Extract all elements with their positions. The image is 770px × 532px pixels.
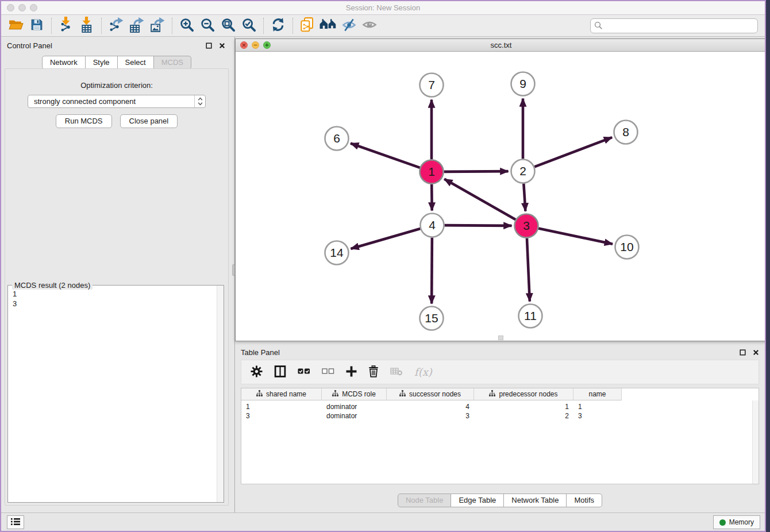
table-cell[interactable]: 4 [387, 403, 474, 411]
gear-button[interactable] [251, 365, 263, 379]
deselect-all-button[interactable] [322, 368, 334, 376]
result-scrollbar[interactable] [217, 286, 224, 502]
export-network-button[interactable] [106, 17, 126, 35]
export-image-icon [150, 17, 165, 34]
task-history-button[interactable] [7, 515, 24, 529]
tab-style[interactable]: Style [86, 56, 118, 70]
control-panel-tabs: NetworkStyleSelectMCDS [1, 56, 232, 70]
graph-edge[interactable] [444, 179, 515, 220]
graph-edge[interactable] [523, 183, 525, 211]
node-table: shared name MCDS role successor nodes pr… [241, 388, 759, 484]
table-row[interactable]: 1dominator411 [241, 402, 759, 411]
import-network-button[interactable] [56, 17, 76, 35]
toolbar-separator [101, 18, 102, 34]
dropdown-value: strongly connected component [34, 97, 136, 106]
table-cell[interactable]: 2 [474, 412, 573, 420]
close-panel-icon[interactable] [218, 42, 225, 49]
graph-node[interactable]: 9 [511, 72, 535, 96]
graph-edge[interactable] [351, 229, 420, 249]
graph-edge[interactable] [527, 238, 530, 301]
graph-node[interactable]: 3 [515, 214, 538, 238]
graph-node[interactable]: 15 [420, 307, 444, 330]
float-panel-icon[interactable] [205, 42, 212, 49]
table-row[interactable]: 3dominator323 [241, 411, 759, 421]
network-graph[interactable]: 7968124314101511 [236, 52, 766, 341]
dropdown-stepper-icon[interactable] [194, 95, 205, 107]
clone-network-button[interactable] [297, 17, 318, 35]
float-table-panel-icon[interactable] [739, 349, 746, 356]
table-cell[interactable]: dominator [322, 403, 387, 411]
export-image-button[interactable] [147, 17, 168, 35]
table-cell[interactable]: 3 [573, 412, 622, 420]
table-cell[interactable]: 1 [241, 403, 322, 411]
table-header: shared name MCDS role successor nodes pr… [241, 388, 759, 400]
zoom-selected-button[interactable] [238, 17, 259, 35]
graph-edge[interactable] [444, 225, 511, 226]
save-button[interactable] [26, 17, 47, 35]
canvas-resize-handle[interactable] [498, 336, 503, 340]
tab-network[interactable]: Network [42, 56, 86, 70]
column-header-predecessor-nodes[interactable]: predecessor nodes [474, 388, 573, 400]
zoom-in-button[interactable] [176, 17, 197, 35]
tab-node-table[interactable]: Node Table [398, 494, 452, 507]
zoom-out-button[interactable] [197, 17, 218, 35]
table-panel-title: Table Panel [241, 348, 280, 357]
toolbar-separator [51, 18, 52, 34]
table-cell[interactable]: 3 [241, 412, 322, 420]
delete-row-button[interactable] [368, 365, 379, 379]
tab-network-table[interactable]: Network Table [504, 494, 567, 507]
tab-mcds[interactable]: MCDS [154, 56, 191, 70]
close-table-panel-icon[interactable] [752, 349, 759, 356]
graph-node-label: 1 [428, 165, 435, 178]
graph-node[interactable]: 14 [325, 241, 349, 265]
delete-table-icon [390, 367, 403, 377]
tab-edge-table[interactable]: Edge Table [451, 494, 504, 507]
zoom-fit-button[interactable] [218, 17, 238, 35]
table-cell[interactable]: 3 [387, 412, 474, 420]
table-cell[interactable]: dominator [322, 412, 387, 420]
graph-node[interactable]: 2 [511, 160, 535, 183]
hide-graphics-icon [342, 18, 356, 34]
close-panel-button[interactable]: Close panel [120, 114, 178, 128]
table-cell[interactable]: 1 [573, 403, 622, 411]
memory-button[interactable]: Memory [713, 515, 760, 529]
graph-node[interactable]: 7 [420, 74, 444, 97]
split-columns-button[interactable] [274, 365, 286, 379]
refresh-button[interactable] [268, 17, 288, 35]
hide-graphics-button[interactable] [338, 17, 359, 35]
tab-select[interactable]: Select [118, 56, 154, 70]
tab-motifs[interactable]: Motifs [567, 494, 602, 507]
export-table-button[interactable] [126, 17, 147, 35]
neighbors-button[interactable] [318, 17, 338, 35]
table-cell[interactable]: 1 [474, 403, 573, 411]
graph-edge[interactable] [432, 237, 432, 303]
table-scrollbar[interactable] [752, 400, 759, 484]
graph-node[interactable]: 4 [421, 214, 444, 237]
select-all-button[interactable] [298, 368, 310, 376]
run-mcds-button[interactable]: Run MCDS [56, 114, 112, 128]
eye-disabled-button[interactable] [359, 17, 380, 35]
column-type-icon [256, 390, 263, 398]
optimization-dropdown[interactable]: strongly connected component [28, 95, 206, 108]
search-input[interactable] [590, 18, 758, 33]
open-folder-button[interactable] [6, 17, 26, 35]
column-type-icon [489, 390, 495, 398]
graph-node[interactable]: 6 [325, 127, 349, 151]
column-header-shared-name[interactable]: shared name [241, 388, 322, 400]
graph-edge[interactable] [534, 137, 612, 167]
graph-edge[interactable] [444, 171, 508, 172]
graph-node[interactable]: 11 [519, 304, 542, 328]
network-window-titlebar[interactable]: scc.txt [236, 39, 766, 52]
graph-node[interactable]: 1 [420, 160, 444, 184]
graph-edge[interactable] [538, 228, 613, 244]
network-canvas[interactable]: 7968124314101511 [236, 52, 766, 341]
column-header-mcds-role[interactable]: MCDS role [322, 388, 387, 400]
window-title: Session: New Session [1, 3, 765, 12]
graph-node[interactable]: 8 [614, 121, 638, 144]
import-table-button[interactable] [76, 17, 97, 35]
graph-node[interactable]: 10 [615, 236, 639, 259]
column-header-successor-nodes[interactable]: successor nodes [387, 388, 474, 400]
add-row-button[interactable] [346, 366, 357, 379]
column-header-name[interactable]: name [573, 388, 622, 400]
graph-edge[interactable] [351, 143, 420, 167]
